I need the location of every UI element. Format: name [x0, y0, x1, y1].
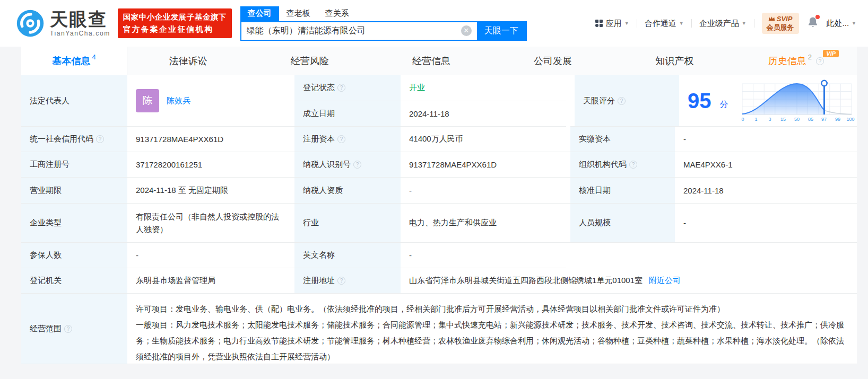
- tab-business-info[interactable]: 经营信息: [370, 47, 492, 75]
- english-name-label: 英文名称: [294, 243, 401, 268]
- svg-text:97: 97: [821, 117, 827, 122]
- empty-cell: [566, 243, 857, 268]
- taxpayer-quality-value: -: [401, 178, 566, 204]
- approval-date-label: 核准日期: [570, 178, 675, 204]
- insured-label: 参保人数: [21, 243, 127, 268]
- tab-business-risk[interactable]: 经营风险: [249, 47, 370, 75]
- nav-apps[interactable]: 应用 ▼: [595, 19, 629, 29]
- score-axis-ticks: 0 1 3 15 50 85 97 99 100: [741, 117, 854, 122]
- reg-number-label: 工商注册号: [21, 152, 127, 178]
- svg-text:99: 99: [835, 117, 840, 122]
- help-icon[interactable]: ?: [353, 161, 361, 169]
- staff-size-value: -: [675, 204, 857, 243]
- help-icon[interactable]: ?: [337, 84, 345, 92]
- score-value[interactable]: 95 分: [679, 75, 857, 127]
- brand-name: 天眼查: [50, 10, 110, 28]
- search-button[interactable]: 天眼一下: [477, 22, 526, 40]
- notifications-button[interactable]: [808, 16, 818, 30]
- tab-ip-label: 知识产权: [655, 55, 693, 67]
- help-icon[interactable]: ?: [629, 161, 637, 169]
- est-date-label: 成立日期: [294, 101, 401, 127]
- divider: [754, 19, 754, 28]
- search-tabs: 查公司 查老板 查关系: [240, 6, 527, 21]
- est-date-value: 2024-11-18: [401, 101, 566, 127]
- english-name-value: -: [401, 243, 566, 268]
- svip-membership-button[interactable]: SVIP 会员服务: [762, 13, 799, 34]
- company-type-label: 企业类型: [21, 204, 127, 243]
- table-row: 企业类型 有限责任公司（非自然人投资或控股的法人独资） 行业 电力、热力生产和供…: [21, 204, 857, 243]
- nav-enterprise-products[interactable]: 企业级产品 ▼: [699, 19, 747, 29]
- notification-dot: [815, 15, 820, 19]
- tianyancha-logo[interactable]: 天眼查 TianYanCha.com: [16, 9, 110, 38]
- industry-value: 电力、热力生产和供应业: [401, 204, 566, 243]
- reg-capital-label: 注册资本?: [294, 127, 401, 152]
- legal-rep-link[interactable]: 陈效兵: [167, 96, 190, 106]
- nav-apps-label: 应用: [606, 19, 622, 29]
- reg-status-label: 登记状态?: [294, 75, 401, 101]
- tab-development-label: 公司发展: [534, 55, 572, 67]
- table-row: 营业期限 2024-11-18 至 无固定期限 纳税人资质 - 核准日期 202…: [21, 178, 857, 204]
- reg-address-label: 注册地址?: [294, 268, 401, 294]
- insured-value: -: [127, 243, 290, 268]
- reg-status-value: 开业: [401, 75, 566, 101]
- search-block: 查公司 查老板 查关系 ✕ 天眼一下: [240, 6, 527, 41]
- help-icon[interactable]: ?: [96, 135, 104, 143]
- table-row: 经营范围? 许可项目：发电业务、输电业务、供（配）电业务。（依法须经批准的项目，…: [21, 294, 857, 364]
- svg-text:15: 15: [780, 117, 786, 122]
- help-icon[interactable]: ?: [64, 325, 72, 333]
- taxpayer-id-value: 91371728MAE4PXX61D: [401, 152, 566, 178]
- tab-history-info[interactable]: VIP 历史信息 2 ?: [735, 47, 857, 75]
- search-tab-company[interactable]: 查公司: [240, 6, 279, 21]
- avatar[interactable]: 陈: [136, 89, 159, 112]
- tab-company-development[interactable]: 公司发展: [492, 47, 614, 75]
- tab-intellectual-property[interactable]: 知识产权: [614, 47, 735, 75]
- user-menu[interactable]: 此处... ▼: [827, 19, 856, 29]
- org-code-label: 组织机构代码?: [570, 152, 675, 178]
- nav-enterprise-label: 企业级产品: [699, 19, 739, 29]
- gov-certification-badge: 国家中小企业发展子基金旗下 官方备案企业征信机构: [118, 8, 232, 38]
- table-row: 参保人数 - 英文名称 -: [21, 243, 857, 268]
- uscc-label: 统一社会信用代码?: [21, 127, 127, 152]
- gov-badge-line1: 国家中小企业发展子基金旗下: [123, 12, 227, 22]
- user-name: 此处...: [827, 19, 849, 29]
- vip-badge: VIP: [823, 50, 839, 57]
- section-tabbar: 基本信息 4 法律诉讼 经营风险 经营信息 公司发展 知识产权 VIP 历史信息…: [21, 47, 857, 75]
- divider: [637, 19, 637, 28]
- nav-cooperation[interactable]: 合作通道 ▼: [645, 19, 684, 29]
- company-type-value: 有限责任公司（非自然人投资或控股的法人独资）: [127, 204, 290, 243]
- svg-text:0: 0: [741, 117, 744, 122]
- tab-basic-info-count: 4: [92, 53, 96, 61]
- chevron-down-icon: ▼: [679, 21, 684, 26]
- tab-history-label: 历史信息: [768, 55, 806, 67]
- score-label: 天眼评分?: [575, 75, 679, 127]
- tab-basic-info[interactable]: 基本信息 4: [21, 47, 127, 75]
- help-icon[interactable]: ?: [337, 277, 345, 285]
- chevron-down-icon: ▼: [624, 21, 629, 26]
- search-tab-relation[interactable]: 查关系: [318, 6, 357, 21]
- org-code-value: MAE4PXX6-1: [675, 152, 857, 178]
- clear-icon[interactable]: ✕: [461, 25, 472, 36]
- search-input[interactable]: [241, 22, 461, 40]
- crown-icon: [768, 16, 775, 22]
- tab-legal-proceedings[interactable]: 法律诉讼: [127, 47, 249, 75]
- reg-authority-value: 东明县市场监督管理局: [127, 268, 290, 294]
- tab-bizinfo-label: 经营信息: [412, 55, 450, 67]
- brand-domain: TianYanCha.com: [50, 30, 110, 37]
- reg-address-value: 山东省菏泽市东明县城关街道五四路西段北侧锦绣城1单元01001室 附近公司: [401, 268, 857, 294]
- basic-info-table: 法定代表人 陈 陈效兵 登记状态? 开业 成立日期: [21, 75, 857, 364]
- help-icon[interactable]: ?: [337, 135, 345, 143]
- table-row: 统一社会信用代码? 91371728MAE4PXX61D 注册资本? 41400…: [21, 127, 857, 152]
- help-icon[interactable]: ?: [816, 57, 824, 65]
- paid-capital-value: -: [675, 127, 857, 152]
- divider: [691, 19, 692, 28]
- tab-legal-label: 法律诉讼: [169, 55, 207, 67]
- legal-rep-label: 法定代表人: [21, 75, 127, 127]
- nearby-companies-link[interactable]: 附近公司: [649, 276, 681, 286]
- chevron-down-icon: ▼: [852, 21, 856, 26]
- table-row: 登记机关 东明县市场监督管理局 注册地址? 山东省菏泽市东明县城关街道五四路西段…: [21, 268, 857, 294]
- search-tab-boss[interactable]: 查老板: [279, 6, 318, 21]
- top-nav: 应用 ▼ 合作通道 ▼ 企业级产品 ▼ SVIP 会员服务: [595, 13, 856, 34]
- tab-history-count: 2: [808, 53, 812, 61]
- help-icon[interactable]: ?: [618, 97, 626, 105]
- legal-rep-value: 陈 陈效兵: [127, 75, 290, 127]
